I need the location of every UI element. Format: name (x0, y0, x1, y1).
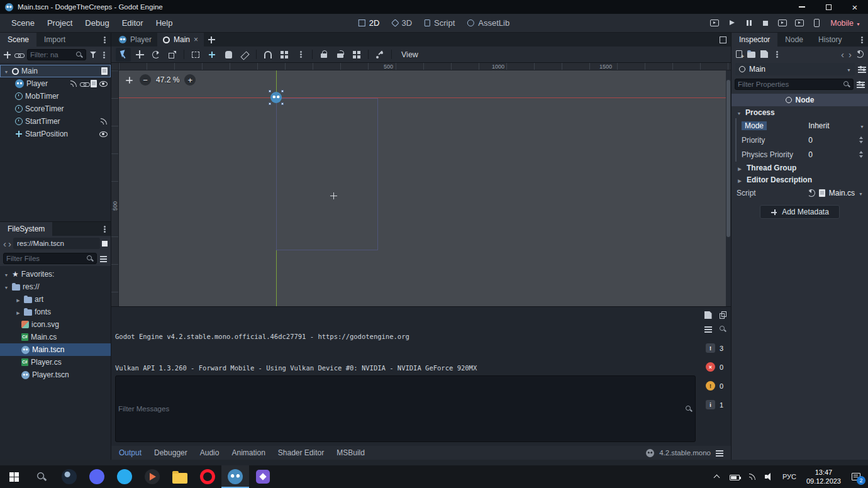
load-resource-button[interactable] (747, 52, 755, 58)
edited-object-dropdown[interactable]: Main (735, 63, 855, 75)
taskbar-app-opera[interactable] (194, 465, 221, 488)
scene-link-icon[interactable] (80, 80, 88, 88)
scene-tree-item-main[interactable]: Main (0, 65, 111, 77)
fs-item-icon-svg[interactable]: icon.svg (0, 318, 111, 331)
resource-options-icon[interactable] (773, 50, 781, 58)
selection-handle[interactable] (281, 90, 284, 92)
taskbar-app-media-player[interactable] (138, 465, 166, 488)
output-log[interactable]: Godot Engine v4.2.stable.mono.official.4… (115, 310, 696, 375)
group-node-button[interactable] (349, 48, 364, 62)
inspector-menu-icon[interactable] (858, 36, 865, 44)
scrollbar-thumb[interactable] (726, 80, 730, 237)
tray-expand-button[interactable] (709, 465, 725, 488)
toggle-bottom-panel-button[interactable] (716, 449, 723, 457)
action-center-button[interactable]: 2 (847, 465, 868, 488)
center-view-button[interactable] (123, 74, 135, 86)
taskbar-app-godot[interactable] (221, 465, 249, 488)
warning-badge[interactable]: ! 0 (706, 381, 725, 391)
total-messages-badge[interactable]: ! 3 (706, 343, 725, 353)
signal-icon[interactable] (100, 118, 108, 125)
language-indicator[interactable]: РУС (778, 465, 801, 488)
tab-inspector[interactable]: Inspector (732, 33, 777, 47)
snap-options-button[interactable] (293, 48, 308, 62)
scene-filter-input[interactable] (30, 51, 74, 58)
expander-icon[interactable] (3, 270, 9, 279)
nav-forward-button[interactable] (8, 238, 11, 249)
play-button[interactable] (726, 18, 737, 29)
fs-item-favorites[interactable]: Favorites: (0, 268, 111, 280)
history-forward-button[interactable] (849, 49, 852, 60)
info-badge[interactable]: i 1 (706, 400, 725, 409)
bottom-tab-animation[interactable]: Animation (231, 448, 265, 457)
fs-item-res-root[interactable]: res:// (0, 280, 111, 293)
mode-dropdown[interactable]: Inherit (808, 121, 864, 130)
add-node-button[interactable] (3, 51, 11, 59)
scene-tree-item-starttimer[interactable]: StartTimer (0, 115, 111, 128)
priority-spinbox[interactable]: 0 (808, 136, 864, 145)
player-node-sprite[interactable] (270, 92, 282, 103)
zoom-level[interactable]: 47.2 % (156, 75, 179, 84)
selection-handle[interactable] (281, 103, 284, 105)
stepper-icon[interactable] (858, 150, 864, 158)
minimize-button[interactable] (789, 0, 815, 14)
tab-node[interactable]: Node (777, 33, 811, 47)
battery-indicator[interactable] (725, 465, 744, 488)
physics-priority-spinbox[interactable]: 0 (808, 150, 864, 159)
taskbar-app-steam[interactable] (55, 465, 83, 488)
expander-icon[interactable] (3, 282, 9, 291)
inspector-settings-icon[interactable] (857, 80, 865, 88)
stop-button[interactable] (760, 18, 771, 29)
script-icon[interactable] (101, 67, 108, 75)
collapse-messages-button[interactable] (703, 324, 714, 334)
expander-icon[interactable] (3, 67, 9, 75)
thread-group-header[interactable]: Thread Group (732, 162, 868, 174)
chevron-down-icon[interactable] (859, 189, 863, 197)
movie-maker-button[interactable] (709, 18, 720, 29)
list-select-button[interactable] (188, 48, 203, 62)
move-tool-button[interactable] (132, 48, 147, 62)
property-filter-input[interactable] (738, 80, 841, 88)
maximize-button[interactable] (815, 0, 842, 14)
ruler-tool-button[interactable] (237, 48, 252, 62)
split-mode-button[interactable] (102, 241, 108, 247)
clock[interactable]: 13:47 09.12.2023 (801, 468, 847, 486)
fs-item-main-cs[interactable]: Main.cs (0, 331, 111, 343)
start-button[interactable] (0, 465, 28, 488)
rotate-tool-button[interactable] (148, 48, 164, 62)
bottom-tab-debugger[interactable]: Debugger (154, 448, 187, 457)
class-category-bar[interactable]: Node (732, 94, 868, 106)
error-badge[interactable]: × 0 (706, 362, 725, 372)
copy-log-button[interactable] (717, 310, 728, 320)
editor-description-header[interactable]: Editor Description (732, 174, 868, 186)
visibility-eye-icon[interactable] (99, 81, 108, 87)
pan-tool-button[interactable] (221, 48, 236, 62)
workspace-assetlib-button[interactable]: AssetLib (467, 18, 509, 28)
menu-help[interactable]: Help (150, 18, 179, 28)
workspace-script-button[interactable]: Script (425, 18, 455, 28)
skeleton-options-button[interactable] (372, 48, 387, 62)
add-metadata-button[interactable]: Add Metadata (760, 205, 840, 219)
tab-scene[interactable]: Scene (0, 33, 36, 47)
bottom-tab-msbuild[interactable]: MSBuild (337, 448, 365, 457)
scene-tree-item-scoretimer[interactable]: ScoreTimer (0, 103, 111, 115)
scene-dock-menu-icon[interactable] (101, 36, 108, 44)
scene-tab-main[interactable]: Main (157, 33, 204, 47)
visibility-eye-icon[interactable] (99, 131, 108, 137)
taskbar-app-telegram[interactable] (111, 465, 138, 488)
remote-deploy-button[interactable] (811, 18, 822, 29)
reload-script-icon[interactable] (808, 189, 815, 197)
fs-item-main-tscn[interactable]: Main.tscn (0, 343, 111, 356)
menu-project[interactable]: Project (41, 18, 79, 28)
taskbar-app-explorer[interactable] (166, 465, 194, 488)
2d-viewport[interactable]: 500 1000 1500 500 (111, 63, 731, 306)
tab-history[interactable]: History (811, 33, 849, 47)
bottom-tab-audio[interactable]: Audio (200, 448, 220, 457)
message-filter-input[interactable] (118, 405, 683, 413)
viewport-vertical-scrollbar[interactable] (726, 70, 731, 306)
property-label[interactable]: Physics Priority (742, 150, 806, 159)
new-resource-button[interactable] (736, 50, 742, 58)
selection-handle[interactable] (269, 103, 271, 105)
smart-snap-button[interactable] (260, 48, 275, 62)
distraction-free-button[interactable] (720, 36, 726, 43)
expander-icon[interactable] (15, 308, 21, 316)
